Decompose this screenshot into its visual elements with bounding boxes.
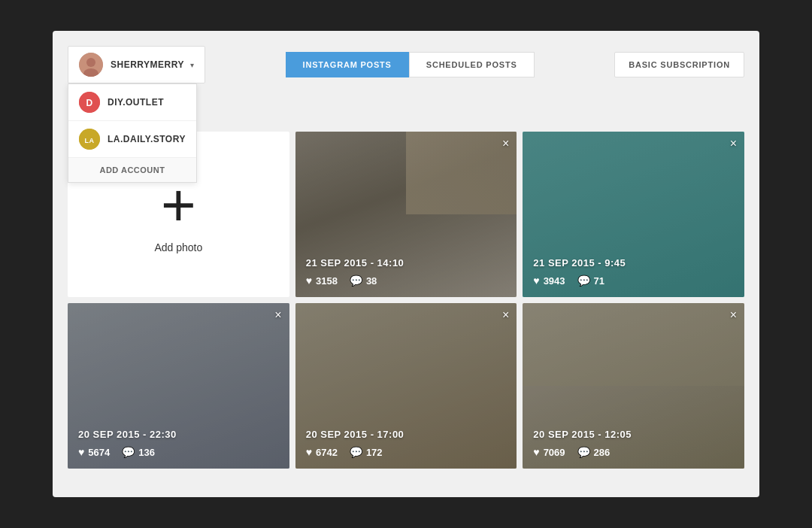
likes-count-3: 5674 xyxy=(88,447,110,458)
post-stats-4: ♥ 6742 💬 172 xyxy=(306,446,507,458)
heart-icon-4: ♥ xyxy=(306,446,312,458)
post-overlay-2: × 21 SEP 2015 - 9:45 ♥ 3943 💬 71 xyxy=(523,132,744,297)
post-card-5[interactable]: × 20 SEP 2015 - 12:05 ♥ 7069 💬 286 xyxy=(523,303,744,469)
add-account-label: ADD ACCOUNT xyxy=(99,165,165,174)
post-likes-1: ♥ 3158 xyxy=(306,275,338,287)
close-button-3[interactable]: × xyxy=(274,309,281,321)
dropdown-avatar-la: LA xyxy=(79,129,100,150)
heart-icon-1: ♥ xyxy=(306,275,312,287)
close-button-1[interactable]: × xyxy=(502,138,509,150)
comment-icon-3: 💬 xyxy=(122,446,135,458)
close-button-5[interactable]: × xyxy=(730,309,737,321)
post-card-4[interactable]: × 20 SEP 2015 - 17:00 ♥ 6742 💬 172 xyxy=(295,303,517,469)
comment-icon-5: 💬 xyxy=(577,446,590,458)
post-comments-5: 💬 286 xyxy=(577,446,611,458)
likes-count-2: 3943 xyxy=(544,275,565,287)
chevron-down-icon: ▾ xyxy=(190,61,194,69)
account-dropdown: D DIY.OUTLET LA LA.DAILY.STORY AD xyxy=(68,83,197,183)
dropdown-item-label-la: LA.DAILY.STORY xyxy=(108,134,186,144)
dropdown-item-la[interactable]: LA LA.DAILY.STORY xyxy=(68,121,196,158)
heart-icon-5: ♥ xyxy=(533,446,539,458)
post-date-4: 20 SEP 2015 - 17:00 xyxy=(306,429,507,440)
post-likes-4: ♥ 6742 xyxy=(306,446,338,458)
post-overlay-5: × 20 SEP 2015 - 12:05 ♥ 7069 💬 286 xyxy=(523,303,744,469)
account-name: SHERRYMERRY xyxy=(111,59,184,70)
likes-count-5: 7069 xyxy=(544,447,565,458)
add-photo-plus-icon: + xyxy=(161,175,196,235)
post-comments-4: 💬 172 xyxy=(350,446,383,458)
comments-count-2: 71 xyxy=(594,275,604,287)
post-likes-5: ♥ 7069 xyxy=(533,446,565,458)
post-likes-2: ♥ 3943 xyxy=(533,275,565,287)
header-left: SHERRYMERRY ▾ D DIY.OUTLET xyxy=(68,46,205,83)
post-comments-3: 💬 136 xyxy=(122,446,155,458)
post-overlay-3: × 20 SEP 2015 - 22:30 ♥ 5674 💬 136 xyxy=(68,303,289,469)
heart-icon-3: ♥ xyxy=(78,446,84,458)
post-overlay-1: × 21 SEP 2015 - 14:10 ♥ 3158 💬 38 xyxy=(295,132,517,297)
add-account-button[interactable]: ADD ACCOUNT xyxy=(68,158,196,182)
likes-count-1: 3158 xyxy=(316,275,338,287)
likes-count-4: 6742 xyxy=(316,447,338,458)
comments-count-1: 38 xyxy=(366,275,377,287)
post-comments-1: 💬 38 xyxy=(350,275,377,287)
close-button-2[interactable]: × xyxy=(730,138,737,150)
svg-text:D: D xyxy=(86,98,92,108)
svg-point-1 xyxy=(86,58,95,67)
post-card-2[interactable]: × 21 SEP 2015 - 9:45 ♥ 3943 💬 71 xyxy=(523,132,744,297)
post-date-5: 20 SEP 2015 - 12:05 xyxy=(533,429,734,440)
header-tabs: INSTAGRAM POSTS SCHEDULED POSTS xyxy=(286,52,535,77)
add-photo-label: Add photo xyxy=(154,241,202,253)
header: SHERRYMERRY ▾ D DIY.OUTLET xyxy=(68,46,744,83)
svg-text:LA: LA xyxy=(85,137,95,144)
app-window: SHERRYMERRY ▾ D DIY.OUTLET xyxy=(53,31,759,497)
tab-scheduled-posts[interactable]: SCHEDULED POSTS xyxy=(409,52,535,77)
comments-count-4: 172 xyxy=(366,447,383,458)
post-comments-2: 💬 71 xyxy=(577,275,604,287)
subscription-button[interactable]: BASIC SUBSCRIPTION xyxy=(614,52,744,77)
post-card-3[interactable]: × 20 SEP 2015 - 22:30 ♥ 5674 💬 136 xyxy=(68,303,289,469)
dropdown-avatar-diy: D xyxy=(79,92,100,113)
tab-instagram-posts[interactable]: INSTAGRAM POSTS xyxy=(286,52,409,77)
post-date-2: 21 SEP 2015 - 9:45 xyxy=(533,257,734,269)
post-stats-2: ♥ 3943 💬 71 xyxy=(533,275,734,287)
comment-icon-1: 💬 xyxy=(350,275,362,287)
post-date-1: 21 SEP 2015 - 14:10 xyxy=(306,257,507,269)
comments-count-5: 286 xyxy=(594,447,611,458)
dropdown-item-diy[interactable]: D DIY.OUTLET xyxy=(68,84,196,121)
comments-count-3: 136 xyxy=(138,447,155,458)
avatar xyxy=(79,53,103,77)
post-likes-3: ♥ 5674 xyxy=(78,446,110,458)
dropdown-item-label: DIY.OUTLET xyxy=(108,97,164,108)
heart-icon-2: ♥ xyxy=(533,275,539,287)
post-stats-3: ♥ 5674 💬 136 xyxy=(78,446,279,458)
comment-icon-4: 💬 xyxy=(350,446,362,458)
close-button-4[interactable]: × xyxy=(502,309,509,321)
post-stats-1: ♥ 3158 💬 38 xyxy=(306,275,507,287)
account-selector[interactable]: SHERRYMERRY ▾ xyxy=(68,46,205,83)
post-overlay-4: × 20 SEP 2015 - 17:00 ♥ 6742 💬 172 xyxy=(295,303,517,469)
comment-icon-2: 💬 xyxy=(577,275,590,287)
post-stats-5: ♥ 7069 💬 286 xyxy=(533,446,734,458)
post-card-1[interactable]: × 21 SEP 2015 - 14:10 ♥ 3158 💬 38 xyxy=(295,132,517,297)
post-date-3: 20 SEP 2015 - 22:30 xyxy=(78,429,279,440)
